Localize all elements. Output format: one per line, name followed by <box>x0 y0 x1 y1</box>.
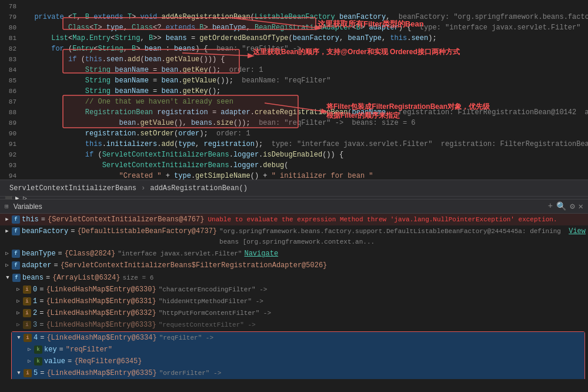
expand-beans-5[interactable]: ▼ <box>14 368 24 378</box>
var-row-beanType[interactable]: ▷ f beanType = {Class@2824} "interface j… <box>0 248 588 260</box>
variables-panel: ⊞ Variables + 🔍 ⚙ ✕ ▶ f this = {ServletC… <box>0 200 588 379</box>
expand-beans-4-key[interactable]: ▷ <box>25 344 34 355</box>
expand-beanType[interactable]: ▷ <box>2 248 12 259</box>
var-val-beanFactory: {DefaultListableBeanFactory@4737} <box>77 226 217 237</box>
var-icon-beanFactory: f <box>12 227 20 235</box>
var-icon-beans-4: i <box>24 334 32 342</box>
var-name-beans-2: 2 <box>33 308 37 318</box>
var-icon-beans-0: i <box>23 285 31 294</box>
var-row-beans-0[interactable]: ▷ i 0 = {LinkedHashMap$Entry@6330} "char… <box>1 284 587 295</box>
var-name-beans-0: 0 <box>33 284 37 295</box>
expand-beans-4[interactable]: ▼ <box>14 333 24 343</box>
expand-beans-3[interactable]: ▷ <box>14 320 23 330</box>
var-row-beans-1[interactable]: ▷ i 1 = {LinkedHashMap$Entry@6331} "hidd… <box>1 295 587 307</box>
var-icon-beans-1: i <box>23 297 31 305</box>
var-icon-adapter: f <box>12 261 20 270</box>
view-link-beanFactory[interactable]: View <box>569 226 586 237</box>
breadcrumb-item-2[interactable]: addAsRegistrationBean() <box>145 183 252 194</box>
variables-icon: ⊞ <box>5 202 9 210</box>
var-row-beans-5[interactable]: ▼ i 5 = {LinkedHashMap$Entry@6335} "orde… <box>12 367 584 379</box>
expand-this[interactable]: ▶ <box>2 214 12 225</box>
variables-title: Variables <box>14 202 42 211</box>
var-name-adapter: adapter <box>22 260 51 271</box>
var-row-beanFactory[interactable]: ▶ f beanFactory = {DefaultListableBeanFa… <box>0 225 588 248</box>
var-name-beans-3: 3 <box>33 320 37 330</box>
expand-beans-1[interactable]: ▷ <box>14 296 23 307</box>
var-row-beans-4[interactable]: ▼ i 4 = {LinkedHashMap$Entry@6334} "reqF… <box>12 332 584 344</box>
var-row-beans-4-value[interactable]: ▷ k value = {ReqFilter@6345} <box>12 356 584 367</box>
var-icon-beans: f <box>12 274 21 282</box>
var-name-beans-4-value: value <box>44 356 65 367</box>
var-val-beans-4-key: "reqFilter" <box>66 344 112 355</box>
breadcrumb-separator: › <box>141 184 145 192</box>
beans-group: ▼ f beans = {ArrayList@6324} size = 6 ▷ … <box>0 271 588 379</box>
var-val-beans-2: {LinkedHashMap$Entry@6332} <box>46 308 156 318</box>
var-icon-beans-4-value: k <box>34 357 42 366</box>
breadcrumb-bar: ServletContextInitializerBeans › addAsRe… <box>0 180 588 196</box>
var-icon-beans-4-key: k <box>34 346 42 354</box>
var-icon-beans-5: i <box>24 369 32 377</box>
panel-toolbar: + 🔍 ⚙ ✕ <box>548 201 583 211</box>
var-val-beans-4-value: {ReqFilter@6345} <box>74 356 142 367</box>
code-area: 78 79 80 81 82 83 84 85 86 87 88 89 90 9… <box>0 0 588 180</box>
var-name-beans-4: 4 <box>34 333 38 343</box>
var-icon-this: f <box>12 215 20 224</box>
var-val-beans-3: {LinkedHashMap$Entry@6333} <box>46 320 156 330</box>
var-icon-beanType: f <box>12 250 20 258</box>
expand-beans-2[interactable]: ▷ <box>14 308 23 318</box>
var-val-beanType: {Class@2824} <box>65 248 115 259</box>
var-name-beans-4-key: key <box>44 344 57 355</box>
var-val-beans-1: {LinkedHashMap$Entry@6331} <box>46 296 156 307</box>
panel-header: ⊞ Variables + 🔍 ⚙ ✕ <box>0 200 588 214</box>
var-error-this: Unable to evaluate the expression Method… <box>208 214 557 225</box>
expand-beans[interactable]: ▼ <box>3 273 12 283</box>
var-val-beans: {ArrayList@6324} <box>52 273 120 283</box>
breadcrumb-item-1[interactable]: ServletContextInitializerBeans <box>5 183 141 194</box>
expand-beanFactory[interactable]: ▶ <box>2 226 12 237</box>
var-row-beans-3[interactable]: ▷ i 3 = {LinkedHashMap$Entry@6333} "requ… <box>1 319 587 331</box>
line-numbers: 78 79 80 81 82 83 84 85 86 87 88 89 90 9… <box>0 0 21 180</box>
var-name-beanFactory: beanFactory <box>22 226 68 237</box>
var-icon-beans-2: i <box>23 309 31 317</box>
beans-4-5-group: ▼ i 4 = {LinkedHashMap$Entry@6334} "reqF… <box>11 331 585 379</box>
var-row-beans[interactable]: ▼ f beans = {ArrayList@6324} size = 6 <box>1 272 587 284</box>
settings-icon[interactable]: ⚙ <box>570 201 574 211</box>
search-icon[interactable]: 🔍 <box>556 201 566 211</box>
var-row-adapter[interactable]: ▷ f adapter = {ServletContextInitializer… <box>0 260 588 271</box>
navigate-link-beanType[interactable]: Navigate <box>244 248 278 259</box>
code-content: private <T, B extends T> void addAsRegis… <box>21 0 588 180</box>
expand-beans-0[interactable]: ▷ <box>14 284 23 295</box>
var-val-beans-5: {LinkedHashMap$Entry@6335} <box>46 368 156 378</box>
var-name-beans-5: 5 <box>34 368 38 378</box>
close-icon[interactable]: ✕ <box>579 201 583 211</box>
var-row-this[interactable]: ▶ f this = {ServletContextInitializerBea… <box>0 214 588 225</box>
plus-icon[interactable]: + <box>548 201 553 211</box>
var-icon-beans-3: i <box>23 321 31 329</box>
code-editor-panel: 78 79 80 81 82 83 84 85 86 87 88 89 90 9… <box>0 0 588 196</box>
var-row-beans-4-key[interactable]: ▷ k key = "reqFilter" <box>12 344 584 356</box>
var-name-beans-1: 1 <box>33 296 37 307</box>
expand-beans-4-value[interactable]: ▷ <box>25 356 34 367</box>
var-val-this: {ServletContextInitializerBeans@4767} <box>48 214 204 225</box>
var-val-beans-0: {LinkedHashMap$Entry@6330} <box>46 284 156 295</box>
expand-adapter[interactable]: ▷ <box>2 260 12 271</box>
variables-list: ▶ f this = {ServletContextInitializerBea… <box>0 214 588 379</box>
var-val-adapter: {ServletContextInitializerBeans$FilterRe… <box>61 260 328 271</box>
var-name-beanType: beanType <box>22 248 56 259</box>
var-row-beans-2[interactable]: ▷ i 2 = {LinkedHashMap$Entry@6332} "http… <box>1 307 587 319</box>
var-name-this: this <box>22 214 39 225</box>
var-val-beans-4: {LinkedHashMap$Entry@6334} <box>46 333 156 343</box>
var-name-beans: beans <box>22 273 44 283</box>
